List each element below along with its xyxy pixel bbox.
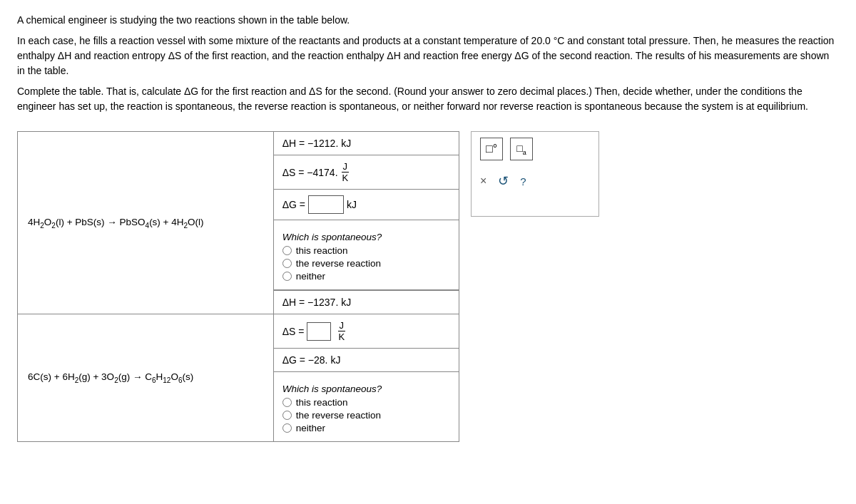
reaction1-dS-den: K [341,173,350,183]
reaction2-dS-input[interactable] [307,322,331,341]
reaction2-dH: ΔH = −1237. kJ [282,297,352,308]
reaction1-dG-cell[interactable]: ΔG = kJ [273,190,459,220]
intro-line2: In each case, he fills a reaction vessel… [17,34,839,78]
reaction1-option-reverse[interactable]: the reverse reaction [282,258,450,269]
reaction2-dS-fraction: J K [337,320,346,342]
reaction1-cell: 4H2O2(l) + PbS(s) → PbSO4(s) + 4H2O(l) [18,132,274,314]
reaction1-dS-cell: ΔS = −4174. J K [273,155,459,190]
reaction2-cell: 6C(s) + 6H2(g) + 3O2(g) → C6H12O6(s) [18,314,274,442]
reaction2-radio-reverse[interactable] [282,411,292,420]
reaction2-dG-cell: ΔG = −28. kJ [273,349,459,372]
intro-line3: Complete the table. That is, calculate Δ… [17,84,839,114]
reaction1-radio-neither[interactable] [282,272,292,281]
reaction2-dS-den: K [337,331,346,342]
reaction2-dH-cell: ΔH = −1237. kJ [273,290,459,314]
reaction2-option-reverse-label: the reverse reaction [296,410,381,421]
intro-line1: A chemical engineer is studying the two … [17,13,839,28]
reaction1-dS-prefix: ΔS = −4174. [282,167,338,178]
reaction1-equation: 4H2O2(l) + PbS(s) → PbSO4(s) + 4H2O(l) [28,217,204,227]
symbol-top-row: □° □a [480,138,533,160]
reaction1-dG-input[interactable] [308,195,344,214]
reaction1-option-this[interactable]: this reaction [282,245,450,256]
reaction1-spontaneous-label: Which is spontaneous? [282,232,450,242]
reaction1-radio-reverse[interactable] [282,259,292,268]
reaction1-option-this-label: this reaction [296,245,348,256]
reaction1-option-neither-label: neither [296,271,325,282]
reaction1-dS-fraction: J K [341,161,350,183]
reaction1-spontaneous-cell: Which is spontaneous? this reaction the … [273,220,459,291]
reactions-table: 4H2O2(l) + PbS(s) → PbSO4(s) + 4H2O(l) Δ… [17,131,459,442]
reaction2-dS-prefix: ΔS = [282,326,305,337]
close-icon[interactable]: × [480,175,486,187]
reaction1-dH: ΔH = −1212. kJ [282,138,352,149]
superscript-symbol-btn[interactable]: □° [480,138,503,160]
reaction2-option-neither-label: neither [296,423,325,433]
superscript-symbol: □° [486,143,497,155]
reaction2-dG: ΔG = −28. kJ [282,354,341,366]
reaction1-option-reverse-label: the reverse reaction [296,258,381,269]
reaction2-option-this-label: this reaction [296,397,348,408]
undo-icon[interactable]: ↺ [498,173,509,189]
reaction1-dG-unit: kJ [347,199,357,210]
reaction2-radio-this[interactable] [282,398,292,407]
reaction1-dS-num: J [342,161,350,173]
reaction2-radio-neither[interactable] [282,423,292,433]
reaction2-equation: 6C(s) + 6H2(g) + 3O2(g) → C6H12O6(s) [28,371,193,382]
symbol-panel: □° □a × ↺ ? [471,131,599,217]
reaction1-option-neither[interactable]: neither [282,271,450,282]
reaction1-dH-cell: ΔH = −1212. kJ [273,132,459,155]
reaction2-option-reverse[interactable]: the reverse reaction [282,410,450,421]
subscript-symbol-btn[interactable]: □a [510,138,533,160]
reaction2-spontaneous-cell: Which is spontaneous? this reaction the … [273,372,459,442]
reaction1-dG-prefix: ΔG = [282,199,305,210]
reaction2-option-neither[interactable]: neither [282,423,450,433]
help-icon[interactable]: ? [520,175,526,187]
symbol-actions: × ↺ ? [480,173,526,189]
reaction2-dS-num: J [338,320,346,331]
reaction2-dS-cell[interactable]: ΔS = J K [273,314,459,349]
reaction1-radio-this[interactable] [282,246,292,255]
reaction2-spontaneous-label: Which is spontaneous? [282,384,450,394]
reaction2-option-this[interactable]: this reaction [282,397,450,408]
subscript-symbol: □a [516,143,526,156]
